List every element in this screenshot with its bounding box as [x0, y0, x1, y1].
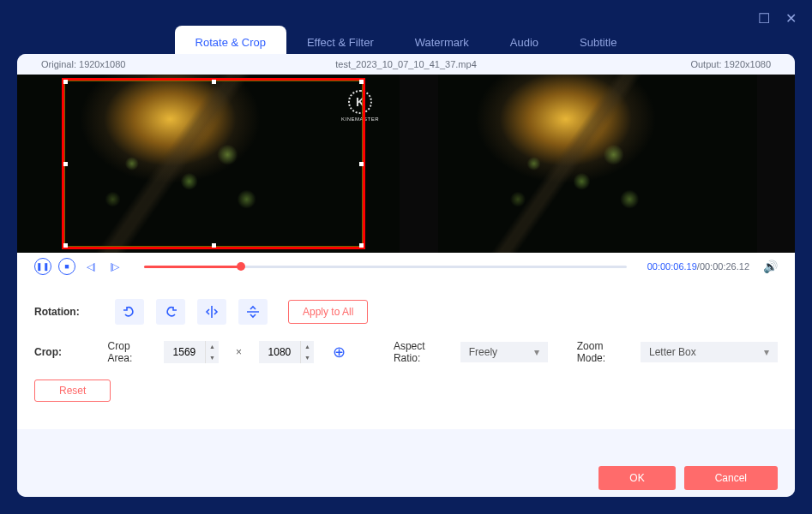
output-resolution: Output: 1920x1080 — [690, 59, 771, 69]
close-button[interactable]: ✕ — [785, 10, 797, 27]
timeline-thumb[interactable] — [237, 262, 245, 271]
next-frame-button[interactable]: |▷ — [106, 258, 123, 275]
original-resolution: Original: 1920x1080 — [41, 59, 125, 69]
rotate-left-button[interactable] — [115, 299, 144, 325]
info-bar: Original: 1920x1080 test_2023_10_07_10_4… — [17, 54, 795, 75]
maximize-button[interactable]: ☐ — [758, 10, 770, 27]
crop-row: Crop: Crop Area: ▲▼ × ▲▼ ⊕ Aspect Ratio:… — [34, 340, 778, 364]
controls-area: Rotation: Apply to All Crop: Crop Area: … — [17, 280, 795, 429]
output-preview — [400, 75, 795, 253]
stop-button[interactable]: ■ — [58, 258, 75, 275]
preview-row: K KINEMASTER — [17, 75, 795, 253]
crop-area-label: Crop Area: — [108, 340, 152, 364]
footer-bar: OK Cancel — [17, 459, 795, 497]
kinemaster-watermark: K KINEMASTER — [341, 90, 379, 122]
flip-vertical-button[interactable] — [238, 299, 268, 325]
playback-bar: ❚❚ ■ ◁| |▷ 00:00:06.19/00:00:26.12 🔊 — [17, 253, 795, 280]
rotation-label: Rotation: — [34, 306, 103, 318]
rotation-row: Rotation: Apply to All — [34, 299, 778, 325]
time-display: 00:00:06.19/00:00:26.12 — [647, 261, 749, 272]
crop-height-spinner[interactable]: ▲▼ — [300, 341, 314, 363]
zoom-mode-label: Zoom Mode: — [577, 340, 629, 364]
source-preview[interactable]: K KINEMASTER — [17, 75, 400, 253]
reset-row: Reset — [34, 380, 778, 402]
ok-button[interactable]: OK — [598, 466, 675, 490]
zoom-mode-dropdown[interactable]: Letter Box — [641, 342, 778, 362]
volume-icon[interactable]: 🔊 — [763, 260, 778, 273]
crop-label: Crop: — [34, 346, 96, 358]
reset-button[interactable]: Reset — [34, 380, 111, 402]
times-symbol: × — [236, 346, 242, 358]
aspect-ratio-label: Aspect Ratio: — [394, 340, 448, 364]
prev-frame-button[interactable]: ◁| — [82, 258, 99, 275]
crosshair-icon[interactable]: ⊕ — [333, 343, 346, 362]
filename-label: test_2023_10_07_10_41_37.mp4 — [335, 59, 477, 69]
timeline-slider[interactable] — [144, 266, 627, 268]
cancel-button[interactable]: Cancel — [684, 466, 778, 490]
main-panel: Original: 1920x1080 test_2023_10_07_10_4… — [17, 54, 795, 497]
apply-to-all-button[interactable]: Apply to All — [288, 300, 368, 324]
crop-width-input[interactable] — [164, 341, 205, 363]
aspect-ratio-dropdown[interactable]: Freely — [460, 342, 548, 362]
rotate-right-button[interactable] — [156, 299, 185, 325]
flip-horizontal-button[interactable] — [197, 299, 226, 325]
crop-width-spinner[interactable]: ▲▼ — [205, 341, 219, 363]
pause-button[interactable]: ❚❚ — [34, 258, 51, 275]
crop-height-input[interactable] — [259, 341, 300, 363]
